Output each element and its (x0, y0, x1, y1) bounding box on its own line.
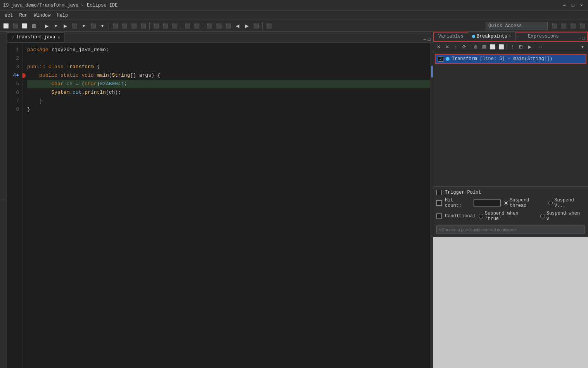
bp-remove-all-btn[interactable]: ✕ (443, 43, 451, 51)
trigger-point-checkbox[interactable] (436, 190, 442, 195)
toolbar-btn-6[interactable]: ▾ (52, 22, 60, 30)
suspend-vm-radio[interactable] (548, 201, 553, 205)
toolbar-btn-15[interactable]: ⬛ (139, 22, 147, 30)
editor-tab-close[interactable]: ✕ (57, 35, 60, 40)
bp-goto-btn[interactable]: ↕ (452, 43, 460, 51)
condition-input[interactable] (436, 225, 585, 234)
toolbar-btn-14[interactable]: ⬛ (130, 22, 138, 30)
toolbar-btn-1[interactable]: ⬜ (2, 22, 10, 30)
toolbar: ⬜ ⬛ ⬜ ▥ ▶ ▾ ▶ ⬛ ▾ ⬛ ▾ ⬛ ⬛ ⬛ ⬛ ⬛ ⬛ ⬛ ⬛ ⬛ … (0, 20, 588, 32)
close-button[interactable]: ✕ (578, 2, 585, 9)
toolbar-btn-26[interactable]: ⬛ (252, 22, 260, 30)
breakpoints-dot-icon (472, 35, 475, 38)
toolbar-sep-4 (181, 22, 181, 29)
bp-view-btn-1[interactable]: ⬜ (489, 43, 496, 51)
bp-checkbox[interactable]: ✓ (438, 56, 443, 62)
toolbar-btn-12[interactable]: ⬛ (111, 22, 119, 30)
bp-play-btn[interactable]: ▶ (526, 43, 533, 51)
suspend-v-radio[interactable] (540, 214, 545, 218)
toolbar-btn-20[interactable]: ⬛ (192, 22, 201, 30)
code-area[interactable]: package rjxy2019_java_demo; public class… (22, 43, 430, 368)
toolbar-btn-19[interactable]: ⬛ (183, 22, 192, 30)
hit-count-input[interactable] (474, 199, 501, 206)
perspective-btn-1[interactable]: ⬛ (550, 22, 559, 30)
bp-view-btn-2[interactable]: ⬜ (497, 43, 505, 51)
toolbar-btn-11[interactable]: ▾ (98, 22, 107, 30)
perspective-btn-2[interactable]: ⬛ (559, 22, 568, 30)
menu-item-window[interactable]: Window (31, 12, 54, 19)
quick-access-label: Quick Access (488, 23, 522, 29)
editor-tab-transform[interactable]: J Transform.java ✕ (7, 32, 64, 42)
breakpoint-item-1[interactable]: ✓ Transform [line: 5] - main(String[]) (435, 54, 586, 64)
bp-list-btn[interactable]: ▤ (480, 43, 488, 51)
hit-count-checkbox[interactable] (436, 200, 442, 206)
conditional-checkbox[interactable] (436, 213, 442, 219)
suspend-thread-radio[interactable] (504, 201, 508, 205)
suspend-v-label: Suspend when v (546, 211, 585, 222)
toolbar-btn-4[interactable]: ▥ (29, 22, 38, 30)
suspend-true-radio[interactable] (479, 214, 483, 218)
bp-refresh-btn[interactable]: ⟳ (460, 43, 468, 51)
perspective-btn-3[interactable]: ⬛ (569, 22, 577, 30)
toolbar-btn-10[interactable]: ⬛ (89, 22, 97, 30)
bp-exclaim-btn[interactable]: ! (508, 43, 516, 51)
right-tabs: Variables Breakpoints ✕ ·· Expressions —… (433, 32, 588, 42)
code-line-1: package rjxy2019_java_demo; (27, 46, 430, 54)
main-layout: ▷ J Transform.java ✕ — □ 1 2 3 4● 5 6 (0, 32, 588, 368)
toolbar-btn-3[interactable]: ⬜ (20, 22, 29, 30)
toolbar-sep-1 (40, 22, 40, 29)
bp-remove-btn[interactable]: ✕ (435, 43, 443, 51)
bp-menu-btn[interactable]: ≡ (537, 43, 545, 51)
editor-scrollbar[interactable] (430, 43, 433, 368)
bp-status-icon (446, 57, 450, 61)
tab-breakpoints-close[interactable]: ✕ (509, 34, 511, 39)
toolbar-sep-2 (109, 22, 109, 29)
toolbar-btn-17[interactable]: ⬛ (161, 22, 169, 30)
editor-maximize-btn[interactable]: □ (428, 37, 431, 42)
toolbar-btn-13[interactable]: ⬛ (120, 22, 129, 30)
toolbar-btn-21[interactable]: ⬛ (205, 22, 214, 30)
line-num-7: 7 (9, 97, 19, 105)
suspend-thread-label: Suspend thread (510, 198, 545, 208)
code-line-8: } (27, 105, 430, 114)
toolbar-btn-2[interactable]: ⬛ (11, 22, 19, 30)
bp-properties: Trigger Point Hit count: Suspend thread … (433, 186, 588, 237)
code-line-7: } (27, 97, 430, 105)
bp-expand-btn[interactable]: ▾ (579, 43, 586, 51)
menu-item-help[interactable]: Help (54, 12, 71, 19)
toolbar-btn-22[interactable]: ⬛ (214, 22, 223, 30)
right-panel-maximize[interactable]: □ (582, 36, 585, 41)
toolbar-btn-5[interactable]: ▶ (42, 22, 51, 30)
code-line-6: System.out.println(ch); (27, 88, 430, 97)
editor-minimize-btn[interactable]: — (424, 37, 426, 42)
line-num-1: 1 (9, 46, 19, 54)
toolbar-btn-25[interactable]: ▶ (242, 22, 251, 30)
toolbar-btn-16[interactable]: ⬛ (152, 22, 160, 30)
toolbar-btn-18[interactable]: ⬛ (170, 22, 179, 30)
bp-add-btn[interactable]: ⊕ (472, 43, 479, 51)
suspend-vm-group: Suspend V... (548, 198, 585, 208)
editor-header-right: — □ (424, 37, 433, 42)
tab-expressions[interactable]: Expressions (524, 32, 563, 41)
toolbar-btn-7[interactable]: ▶ (61, 22, 69, 30)
bp-grid-btn[interactable]: ⊞ (517, 43, 525, 51)
menu-item-ect[interactable]: ect (2, 12, 16, 19)
suspend-thread-group: Suspend thread (504, 198, 545, 208)
tab-variables[interactable]: Variables (434, 32, 468, 41)
toolbar-btn-23[interactable]: ⬛ (224, 22, 232, 30)
quick-access-input[interactable]: Quick Access (486, 22, 548, 30)
maximize-button[interactable]: □ (569, 2, 576, 9)
right-panel-minimize[interactable]: — (578, 36, 581, 41)
perspective-btn-4[interactable]: ⬛ (578, 22, 586, 30)
conditional-label: Conditional (445, 213, 476, 219)
toolbar-btn-8[interactable]: ⬛ (70, 22, 79, 30)
menu-item-run[interactable]: Run (16, 12, 31, 19)
tab-breakpoints[interactable]: Breakpoints ✕ (468, 32, 515, 41)
toolbar-btn-27[interactable]: ⬛ (265, 22, 273, 30)
minimize-button[interactable]: — (561, 2, 568, 9)
toolbar-btn-9[interactable]: ▾ (80, 22, 88, 30)
code-line-5: ➤ char ch = (char)0XAB0041; (27, 80, 430, 88)
breakpoints-list: ✓ Transform [line: 5] - main(String[]) (433, 52, 588, 186)
suspend-vm-label: Suspend V... (554, 198, 585, 208)
toolbar-btn-24[interactable]: ◀ (233, 22, 242, 30)
